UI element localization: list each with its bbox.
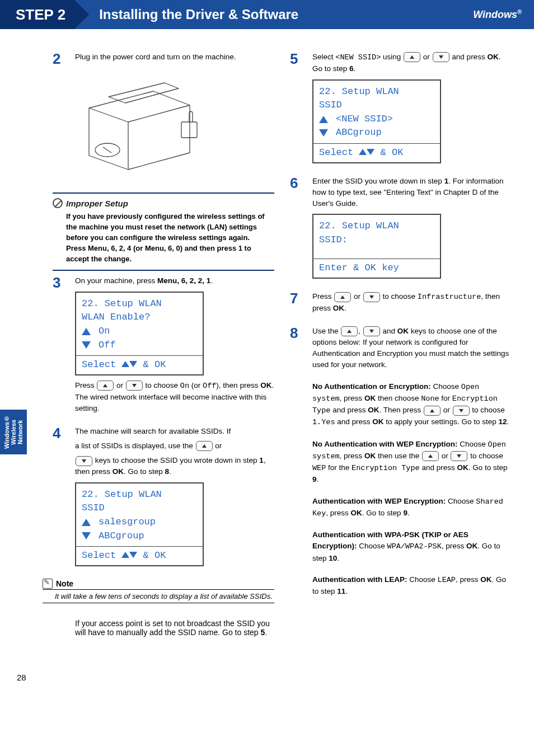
step-2-text: Plug in the power cord and turn on the m… <box>75 51 274 63</box>
lp-e: . <box>345 587 348 595</box>
reg-mark: ® <box>517 8 522 15</box>
nw-g: and press <box>420 463 457 472</box>
down-key-icon <box>76 456 92 466</box>
lp-a: Choose <box>407 575 438 584</box>
column-right: 5 Select <NEW SSID> using or and press O… <box>290 51 512 645</box>
note-body: It will take a few tens of seconds to di… <box>43 592 274 600</box>
down-key-icon <box>451 451 467 461</box>
s8a: Use the <box>312 327 340 335</box>
s7c: to choose <box>381 292 418 300</box>
nn-ok2: OK <box>368 406 379 414</box>
s6-para: Enter the SSID you wrote down in step 1.… <box>312 176 512 210</box>
down-key-icon <box>433 52 449 62</box>
s5ssid: <NEW SSID> <box>335 53 381 62</box>
note-bottom-rule <box>43 603 274 603</box>
s7infra: Infrastructure <box>418 293 481 301</box>
lcd-step3: 22. Setup WLAN WLAN Enable? On Off Selec… <box>75 292 204 375</box>
side-tab: Windows® Wireless Network <box>0 410 27 454</box>
lcd5-l2: SSID <box>319 98 434 112</box>
improper-setup-heading: Improper Setup <box>53 198 274 208</box>
up-key-icon <box>341 326 358 336</box>
wp-wpa: WPA/WPA2-PSK <box>387 542 442 551</box>
wp-b: , press <box>442 542 466 550</box>
nn-none: None <box>421 395 439 403</box>
lp-d: 11 <box>337 587 345 595</box>
s5-para: Select <NEW SSID> using or and press OK.… <box>312 51 512 75</box>
s8-noauth-noenc: No Authentication or Encryption: Choose … <box>312 381 512 429</box>
down-arrow-icon <box>319 129 328 137</box>
header-title: Installing the Driver & Software <box>99 7 473 22</box>
nw-ok2: OK <box>457 463 468 472</box>
lcd6-l2: SSID: <box>319 233 434 247</box>
up-key-icon <box>97 381 114 391</box>
note-title: Note <box>56 579 73 588</box>
s7b: or <box>352 292 363 300</box>
step-3-para: Press or to choose On (or Off), then pre… <box>75 380 274 415</box>
header-os: Windows® <box>473 8 534 21</box>
s3p-off: Off <box>203 382 216 390</box>
step-3-intro: On your machine, press Menu, 6, 2, 2, 1. <box>75 275 274 287</box>
up-key-icon <box>196 441 213 451</box>
aw-b: , press <box>326 509 350 517</box>
nn-l: . <box>507 417 509 426</box>
s4-p2: a list of SSIDs is displayed, use the or <box>75 440 274 452</box>
nw-f: for the <box>326 463 352 472</box>
step-6-number: 6 <box>290 176 306 283</box>
lcd5-l4: ABCgroup <box>336 126 382 140</box>
lcd3-l2: WLAN Enable? <box>82 311 197 325</box>
down-key-icon <box>363 292 380 302</box>
s7e: . <box>344 304 346 312</box>
nn-a: Choose <box>431 382 461 391</box>
s7ok: OK <box>333 304 344 312</box>
lp-ok: OK <box>480 575 491 584</box>
divider-before-improper <box>53 192 274 194</box>
up-key-icon <box>424 406 441 416</box>
nw-wep: WEP <box>312 464 326 472</box>
s8c: and <box>381 327 397 335</box>
page-header: STEP 2 Installing the Driver & Software … <box>0 0 534 29</box>
improper-title: Improper Setup <box>66 199 128 208</box>
improper-body-2: Press Menu, 6, 2, 4 (or Menu, 6, 0) and … <box>66 244 251 263</box>
nn-yes: 1.Yes <box>312 418 335 426</box>
s8-intro: Use the , and OK keys to choose one of t… <box>312 326 512 371</box>
lp-leap: LEAP <box>438 576 456 584</box>
lp-t: Authentication with LEAP: <box>312 575 407 584</box>
lcd5-l3: <NEW SSID> <box>336 112 393 126</box>
up-key-icon <box>404 52 420 62</box>
nn-b: , press <box>340 394 364 402</box>
lcd5-select: Select & OK <box>313 143 440 162</box>
s3p-on: On <box>180 382 189 390</box>
s7a: Press <box>312 292 334 300</box>
s5f: 6 <box>349 64 354 73</box>
s8ok: OK <box>397 327 409 335</box>
nw-h: . Go to step <box>469 463 508 472</box>
s4-p1: The machine will search for available SS… <box>75 426 274 437</box>
printer-illustration <box>75 66 207 178</box>
s4p3g: . <box>169 467 171 476</box>
nn-j: to apply your settings. Go to step <box>384 417 499 426</box>
down-arrow-icon <box>82 341 91 349</box>
lcd-step5: 22. Setup WLAN SSID <NEW SSID> ABCgroup … <box>312 79 441 163</box>
step-5-number: 5 <box>290 51 306 168</box>
after-note-para: If your access point is set to not broad… <box>75 619 274 637</box>
lp-b: , press <box>456 575 480 584</box>
s4p3a: keys to choose the SSID you wrote down i… <box>93 456 259 464</box>
step-2-number: 2 <box>53 51 68 185</box>
s6p1b: 1 <box>444 177 449 185</box>
up-arrow-icon <box>82 328 91 335</box>
s8-wpa: Authentication with WPA-PSK (TKIP or AES… <box>312 529 512 564</box>
up-key-icon <box>334 292 351 302</box>
nn-ok3: OK <box>372 417 383 426</box>
nn-c: then choose <box>376 394 421 402</box>
s3p-c: to choose <box>143 381 180 389</box>
s5ok: OK <box>487 53 498 61</box>
nw-enc: Encryption Type <box>352 464 420 472</box>
an3: . <box>265 628 267 637</box>
an1: If your access point is set to not broad… <box>75 619 270 637</box>
nw-b: , press <box>340 452 364 460</box>
up-key-icon <box>422 451 439 461</box>
lcd-step4: 22. Setup WLAN SSID salesgroup ABCgroup … <box>75 482 204 566</box>
nn-i: and press <box>335 417 373 426</box>
aw-a: Choose <box>446 497 476 505</box>
column-left: 2 Plug in the power cord and turn on the… <box>53 51 274 645</box>
